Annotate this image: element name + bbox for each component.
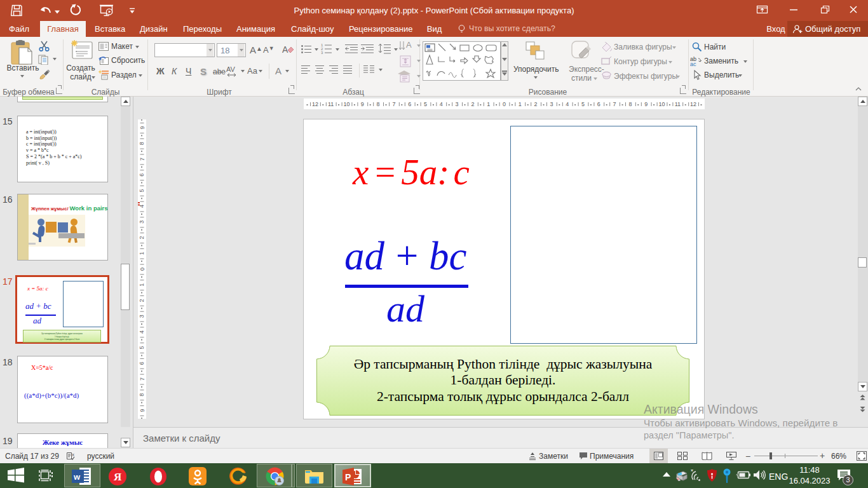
- svg-text:11: 11: [675, 101, 681, 107]
- svg-text:3: 3: [321, 51, 323, 55]
- svg-text:4: 4: [566, 101, 569, 107]
- svg-text:5: 5: [139, 189, 146, 192]
- svg-text:1: 1: [139, 283, 146, 287]
- svg-text:2: 2: [139, 299, 146, 302]
- svg-text:5: 5: [139, 346, 146, 349]
- svg-text:A: A: [282, 44, 288, 55]
- svg-text:8: 8: [139, 142, 146, 145]
- svg-text:P: P: [345, 472, 351, 482]
- svg-text:3: 3: [139, 220, 146, 224]
- svg-text:3: 3: [550, 101, 553, 107]
- svg-text:0: 0: [139, 268, 146, 271]
- svg-text:AV: AV: [226, 65, 236, 73]
- svg-text:9: 9: [361, 101, 364, 107]
- svg-text:0: 0: [503, 101, 506, 107]
- svg-text:12: 12: [312, 101, 318, 107]
- svg-text:1: 1: [487, 101, 490, 107]
- svg-text:*: *: [691, 470, 693, 475]
- svg-text:2: 2: [534, 101, 538, 107]
- svg-text:1: 1: [139, 252, 146, 255]
- svg-text:12: 12: [690, 101, 696, 107]
- svg-text:10: 10: [343, 101, 349, 107]
- svg-text:9: 9: [139, 126, 146, 129]
- svg-text:x: x: [72, 452, 74, 458]
- svg-text:11: 11: [328, 101, 334, 107]
- svg-text:6: 6: [139, 362, 146, 365]
- svg-text:10: 10: [658, 101, 665, 107]
- svg-text:8: 8: [377, 101, 380, 107]
- svg-text:9: 9: [644, 101, 648, 107]
- svg-text:2: 2: [471, 101, 474, 107]
- svg-text:2: 2: [139, 236, 146, 240]
- svg-text:5: 5: [424, 101, 427, 107]
- svg-text:7: 7: [139, 377, 146, 381]
- svg-text:8: 8: [628, 101, 632, 107]
- svg-text:3: 3: [456, 101, 459, 107]
- svg-text:ac: ac: [690, 61, 696, 67]
- svg-text:4: 4: [139, 330, 146, 334]
- svg-text:7: 7: [139, 158, 146, 161]
- svg-text:6: 6: [139, 173, 146, 177]
- svg-text:1: 1: [519, 101, 522, 107]
- svg-text:6: 6: [597, 101, 600, 107]
- svg-text:w: w: [73, 472, 81, 482]
- svg-text:5: 5: [581, 101, 585, 107]
- svg-text:7: 7: [613, 101, 616, 107]
- svg-text:7: 7: [392, 101, 395, 107]
- svg-text:4: 4: [440, 101, 443, 107]
- svg-text:6: 6: [408, 101, 411, 107]
- svg-text:Я: Я: [114, 471, 121, 483]
- svg-text:A: A: [406, 40, 412, 50]
- svg-text:8: 8: [139, 393, 146, 396]
- svg-text:9: 9: [139, 409, 146, 412]
- svg-text:3: 3: [139, 315, 146, 318]
